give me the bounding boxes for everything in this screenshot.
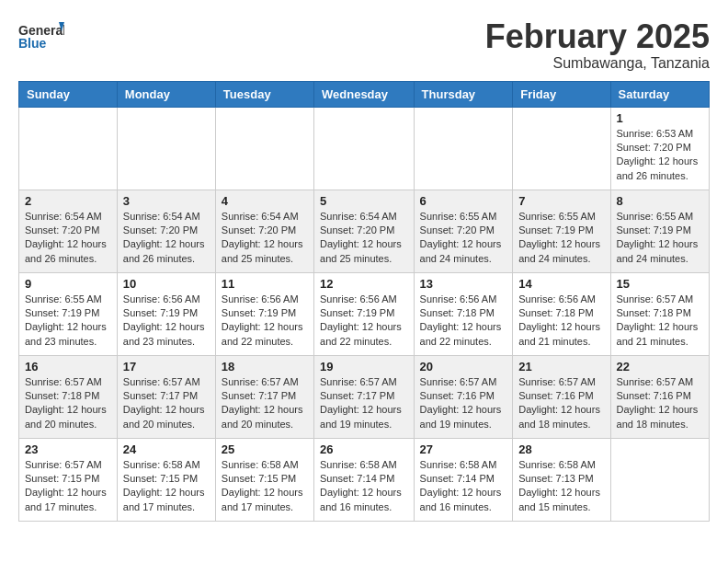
month-title: February 2025: [485, 18, 710, 55]
header-friday: Friday: [513, 81, 610, 107]
day-content: Sunrise: 6:58 AM Sunset: 7:15 PM Dayligh…: [123, 458, 210, 515]
header-wednesday: Wednesday: [314, 81, 415, 107]
table-row: 12Sunrise: 6:56 AM Sunset: 7:19 PM Dayli…: [314, 272, 415, 355]
calendar-week-4: 16Sunrise: 6:57 AM Sunset: 7:18 PM Dayli…: [19, 355, 710, 438]
table-row: [513, 107, 610, 190]
table-row: 17Sunrise: 6:57 AM Sunset: 7:17 PM Dayli…: [117, 355, 215, 438]
day-content: Sunrise: 6:56 AM Sunset: 7:19 PM Dayligh…: [222, 293, 308, 350]
table-row: 5Sunrise: 6:54 AM Sunset: 7:20 PM Daylig…: [314, 190, 415, 272]
table-row: 20Sunrise: 6:57 AM Sunset: 7:16 PM Dayli…: [414, 355, 513, 438]
page-header: General Blue February 2025 Sumbawanga, T…: [18, 18, 710, 72]
day-content: Sunrise: 6:57 AM Sunset: 7:18 PM Dayligh…: [617, 293, 703, 350]
calendar-week-1: 1Sunrise: 6:53 AM Sunset: 7:20 PM Daylig…: [19, 107, 710, 190]
day-number: 10: [123, 277, 210, 291]
day-number: 12: [320, 277, 408, 291]
day-number: 24: [123, 442, 210, 456]
day-content: Sunrise: 6:57 AM Sunset: 7:16 PM Dayligh…: [617, 375, 703, 432]
table-row: 24Sunrise: 6:58 AM Sunset: 7:15 PM Dayli…: [117, 438, 215, 521]
table-row: 7Sunrise: 6:55 AM Sunset: 7:19 PM Daylig…: [513, 190, 610, 272]
day-number: 17: [123, 360, 210, 373]
day-number: 9: [25, 277, 111, 291]
logo-icon: General Blue: [18, 18, 64, 53]
table-row: 3Sunrise: 6:54 AM Sunset: 7:20 PM Daylig…: [117, 190, 215, 272]
day-content: Sunrise: 6:57 AM Sunset: 7:17 PM Dayligh…: [123, 375, 210, 432]
table-row: 15Sunrise: 6:57 AM Sunset: 7:18 PM Dayli…: [610, 272, 709, 355]
day-number: 27: [420, 442, 507, 456]
table-row: 25Sunrise: 6:58 AM Sunset: 7:15 PM Dayli…: [215, 438, 313, 521]
table-row: 1Sunrise: 6:53 AM Sunset: 7:20 PM Daylig…: [610, 107, 709, 190]
day-content: Sunrise: 6:57 AM Sunset: 7:16 PM Dayligh…: [518, 375, 604, 432]
table-row: [314, 107, 415, 190]
table-row: 27Sunrise: 6:58 AM Sunset: 7:14 PM Dayli…: [414, 438, 513, 521]
day-content: Sunrise: 6:57 AM Sunset: 7:16 PM Dayligh…: [420, 375, 507, 432]
day-content: Sunrise: 6:54 AM Sunset: 7:20 PM Dayligh…: [320, 210, 408, 267]
header-sunday: Sunday: [19, 81, 118, 107]
day-number: 26: [320, 442, 408, 456]
day-content: Sunrise: 6:54 AM Sunset: 7:20 PM Dayligh…: [25, 210, 111, 267]
day-number: 13: [420, 277, 507, 291]
day-content: Sunrise: 6:55 AM Sunset: 7:19 PM Dayligh…: [518, 210, 604, 267]
day-content: Sunrise: 6:53 AM Sunset: 7:20 PM Dayligh…: [617, 127, 703, 184]
calendar-week-3: 9Sunrise: 6:55 AM Sunset: 7:19 PM Daylig…: [19, 272, 710, 355]
header-monday: Monday: [117, 81, 215, 107]
table-row: 2Sunrise: 6:54 AM Sunset: 7:20 PM Daylig…: [19, 190, 118, 272]
calendar-week-2: 2Sunrise: 6:54 AM Sunset: 7:20 PM Daylig…: [19, 190, 710, 272]
day-content: Sunrise: 6:58 AM Sunset: 7:13 PM Dayligh…: [518, 458, 604, 515]
day-content: Sunrise: 6:57 AM Sunset: 7:17 PM Dayligh…: [320, 375, 408, 432]
day-content: Sunrise: 6:56 AM Sunset: 7:18 PM Dayligh…: [518, 293, 604, 350]
day-number: 28: [518, 442, 604, 456]
day-number: 16: [25, 360, 111, 373]
day-content: Sunrise: 6:57 AM Sunset: 7:17 PM Dayligh…: [222, 375, 308, 432]
day-number: 19: [320, 360, 408, 373]
day-number: 4: [222, 194, 308, 208]
table-row: 10Sunrise: 6:56 AM Sunset: 7:19 PM Dayli…: [117, 272, 215, 355]
day-content: Sunrise: 6:54 AM Sunset: 7:20 PM Dayligh…: [222, 210, 308, 267]
table-row: 19Sunrise: 6:57 AM Sunset: 7:17 PM Dayli…: [314, 355, 415, 438]
calendar-header-row: Sunday Monday Tuesday Wednesday Thursday…: [19, 81, 710, 107]
day-content: Sunrise: 6:54 AM Sunset: 7:20 PM Dayligh…: [123, 210, 210, 267]
day-content: Sunrise: 6:58 AM Sunset: 7:15 PM Dayligh…: [222, 458, 308, 515]
day-content: Sunrise: 6:55 AM Sunset: 7:19 PM Dayligh…: [617, 210, 703, 267]
day-content: Sunrise: 6:58 AM Sunset: 7:14 PM Dayligh…: [320, 458, 408, 515]
header-thursday: Thursday: [414, 81, 513, 107]
day-content: Sunrise: 6:58 AM Sunset: 7:14 PM Dayligh…: [420, 458, 507, 515]
table-row: [19, 107, 118, 190]
day-number: 21: [518, 360, 604, 373]
table-row: 13Sunrise: 6:56 AM Sunset: 7:18 PM Dayli…: [414, 272, 513, 355]
table-row: 14Sunrise: 6:56 AM Sunset: 7:18 PM Dayli…: [513, 272, 610, 355]
svg-text:Blue: Blue: [18, 36, 47, 51]
header-saturday: Saturday: [610, 81, 709, 107]
table-row: [117, 107, 215, 190]
day-number: 25: [222, 442, 308, 456]
day-content: Sunrise: 6:56 AM Sunset: 7:19 PM Dayligh…: [320, 293, 408, 350]
table-row: 22Sunrise: 6:57 AM Sunset: 7:16 PM Dayli…: [610, 355, 709, 438]
day-content: Sunrise: 6:57 AM Sunset: 7:18 PM Dayligh…: [25, 375, 111, 432]
calendar-week-5: 23Sunrise: 6:57 AM Sunset: 7:15 PM Dayli…: [19, 438, 710, 521]
table-row: 23Sunrise: 6:57 AM Sunset: 7:15 PM Dayli…: [19, 438, 118, 521]
table-row: 18Sunrise: 6:57 AM Sunset: 7:17 PM Dayli…: [215, 355, 313, 438]
table-row: 26Sunrise: 6:58 AM Sunset: 7:14 PM Dayli…: [314, 438, 415, 521]
table-row: 28Sunrise: 6:58 AM Sunset: 7:13 PM Dayli…: [513, 438, 610, 521]
day-number: 15: [617, 277, 703, 291]
day-number: 14: [518, 277, 604, 291]
table-row: [414, 107, 513, 190]
day-number: 23: [25, 442, 111, 456]
table-row: 9Sunrise: 6:55 AM Sunset: 7:19 PM Daylig…: [19, 272, 118, 355]
header-tuesday: Tuesday: [215, 81, 313, 107]
table-row: [215, 107, 313, 190]
day-content: Sunrise: 6:55 AM Sunset: 7:19 PM Dayligh…: [25, 293, 111, 350]
calendar-table: Sunday Monday Tuesday Wednesday Thursday…: [18, 81, 710, 522]
day-number: 11: [222, 277, 308, 291]
table-row: 16Sunrise: 6:57 AM Sunset: 7:18 PM Dayli…: [19, 355, 118, 438]
day-content: Sunrise: 6:55 AM Sunset: 7:20 PM Dayligh…: [420, 210, 507, 267]
logo: General Blue: [18, 18, 64, 53]
day-number: 20: [420, 360, 507, 373]
table-row: 8Sunrise: 6:55 AM Sunset: 7:19 PM Daylig…: [610, 190, 709, 272]
day-number: 7: [518, 194, 604, 208]
day-content: Sunrise: 6:56 AM Sunset: 7:18 PM Dayligh…: [420, 293, 507, 350]
table-row: [610, 438, 709, 521]
day-content: Sunrise: 6:56 AM Sunset: 7:19 PM Dayligh…: [123, 293, 210, 350]
day-number: 8: [617, 194, 703, 208]
day-number: 2: [25, 194, 111, 208]
day-number: 6: [420, 194, 507, 208]
